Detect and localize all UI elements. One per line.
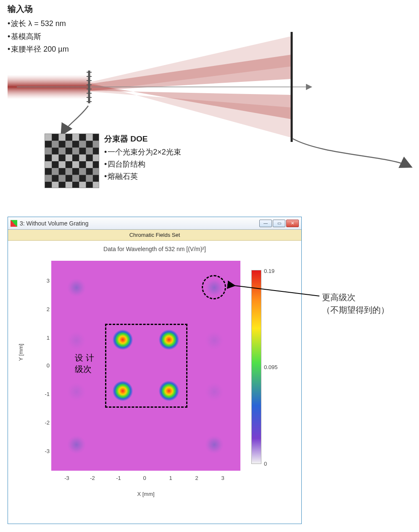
annotation-arrow-svg — [0, 0, 419, 532]
higher-order-arrow — [234, 286, 319, 296]
higher-order-annotation: 更高级次 （不期望得到的） — [322, 291, 389, 316]
